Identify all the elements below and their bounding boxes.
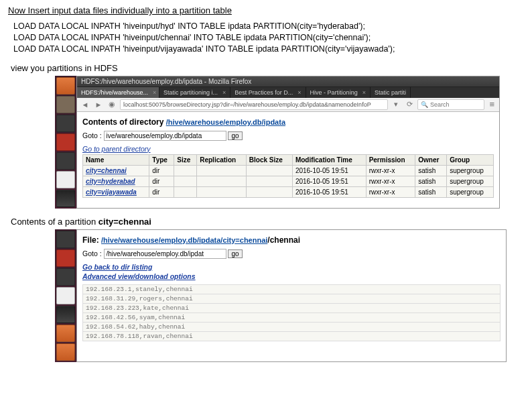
browser-tab[interactable]: Static partiti bbox=[371, 87, 411, 98]
goto-input[interactable] bbox=[104, 249, 226, 259]
col-mtime: Modification Time bbox=[292, 154, 366, 165]
launcher-icon[interactable] bbox=[56, 231, 75, 248]
path-link[interactable]: /hive bbox=[166, 118, 183, 126]
forward-icon[interactable]: ► bbox=[93, 99, 104, 110]
page-content: File: /hive/warehouse/employ.db/ipdata/c… bbox=[77, 230, 506, 347]
search-input[interactable]: 🔍 Search bbox=[417, 99, 484, 110]
close-icon[interactable]: × bbox=[222, 89, 226, 96]
screenshot-hdfs-file: File: /hive/warehouse/employ.db/ipdata/c… bbox=[55, 229, 524, 362]
file-line: 192.168.78.118,ravan,chennai bbox=[83, 331, 501, 341]
dir-link[interactable]: city=vijayawada bbox=[86, 188, 137, 196]
path-link[interactable]: /warehouse bbox=[183, 118, 224, 126]
col-size: Size bbox=[174, 154, 197, 165]
browser-tab[interactable]: Hive - Partitioning× bbox=[306, 87, 371, 98]
launcher-icon[interactable] bbox=[56, 287, 75, 304]
go-button[interactable]: go bbox=[228, 249, 242, 258]
cell: 2016-10-05 19:51 bbox=[292, 176, 366, 186]
table-row: city=hyderabad dir 2016-10-05 19:51 rwxr… bbox=[83, 176, 494, 186]
ubuntu-launcher bbox=[55, 76, 76, 209]
close-icon[interactable]: × bbox=[297, 89, 301, 96]
path-link[interactable]: /ipdata bbox=[197, 236, 220, 244]
path-link[interactable]: /city=chennai bbox=[220, 236, 267, 244]
col-group: Group bbox=[447, 154, 494, 165]
ubuntu-launcher bbox=[55, 229, 76, 362]
launcher-icon[interactable] bbox=[56, 171, 75, 188]
cell bbox=[174, 165, 197, 176]
go-button[interactable]: go bbox=[228, 131, 242, 140]
table-row: 192.168.78.118,ravan,chennai bbox=[83, 331, 501, 341]
screenshot-hdfs-dir: HDFS:/hive/warehouse/employ.db/ipdata - … bbox=[55, 76, 524, 209]
file-line: 192.168.42.56,syam,chennai bbox=[83, 312, 501, 322]
tab-label: Best Practices for D... bbox=[235, 89, 293, 96]
browser-tab[interactable]: Best Practices for D...× bbox=[230, 87, 306, 98]
file-label: File: bbox=[82, 235, 101, 245]
goto-label: Goto : bbox=[82, 131, 104, 139]
back-to-dir-link[interactable]: Go back to dir listing bbox=[82, 263, 152, 271]
cell: dir bbox=[149, 176, 174, 186]
file-line: 192.168.23.1,stanely,chennai bbox=[83, 284, 501, 294]
partition-name: city=chennai bbox=[98, 217, 151, 227]
launcher-icon[interactable] bbox=[56, 343, 75, 361]
table-row: 192.168.31.29,rogers,chennai bbox=[83, 294, 501, 303]
cell bbox=[174, 176, 197, 186]
cell: satish bbox=[415, 176, 447, 186]
advanced-options-link[interactable]: Advanced view/download options bbox=[82, 272, 196, 280]
dir-link[interactable]: city=chennai bbox=[86, 167, 127, 174]
cell: satish bbox=[415, 165, 447, 176]
cell: supergroup bbox=[447, 186, 494, 197]
browser-tab[interactable]: Static partitioning i...× bbox=[159, 87, 230, 98]
cell bbox=[246, 186, 292, 197]
cell: rwxr-xr-x bbox=[366, 186, 415, 197]
path-link[interactable]: /employ.db bbox=[159, 236, 197, 244]
path-link[interactable]: /hive bbox=[101, 236, 118, 244]
menu-icon[interactable]: ≡ bbox=[487, 99, 496, 109]
dropdown-icon[interactable]: ▾ bbox=[391, 99, 401, 110]
launcher-icon[interactable] bbox=[56, 249, 75, 267]
cell bbox=[197, 165, 247, 176]
cell: dir bbox=[149, 165, 174, 176]
reload-icon[interactable]: ⟳ bbox=[404, 99, 415, 110]
path-leaf: /chennai bbox=[267, 235, 300, 245]
tab-label: Static partiti bbox=[375, 89, 406, 96]
browser-tab[interactable]: HDFS:/hive/warehouse...× bbox=[77, 87, 159, 98]
col-type: Type bbox=[149, 154, 174, 165]
launcher-icon[interactable] bbox=[56, 115, 75, 132]
parent-dir-link[interactable]: Go to parent directory bbox=[82, 145, 494, 153]
path-link[interactable]: /ipdata bbox=[262, 118, 285, 126]
cell: rwxr-xr-x bbox=[366, 176, 415, 186]
goto-input[interactable] bbox=[104, 131, 226, 141]
launcher-icon[interactable] bbox=[56, 325, 75, 342]
browser-tabs: HDFS:/hive/warehouse...× Static partitio… bbox=[77, 87, 499, 98]
close-icon[interactable]: × bbox=[362, 89, 366, 96]
dir-heading: Contents of directory /hive/warehouse/em… bbox=[82, 117, 494, 127]
launcher-icon[interactable] bbox=[56, 96, 75, 113]
search-placeholder: Search bbox=[430, 101, 450, 108]
close-icon[interactable]: × bbox=[153, 89, 156, 96]
path-link[interactable]: /employ.db bbox=[223, 118, 261, 126]
launcher-icon[interactable] bbox=[56, 268, 75, 286]
partition-contents-label: Contents of a partition city=chennai bbox=[11, 217, 524, 227]
cell bbox=[246, 176, 292, 186]
address-bar: ◄ ► ◉ localhost:50075/browseDirectory.js… bbox=[77, 98, 499, 112]
path-link[interactable]: /warehouse bbox=[118, 236, 159, 244]
cell: satish bbox=[415, 186, 447, 197]
launcher-icon[interactable] bbox=[56, 152, 75, 170]
cell: rwxr-xr-x bbox=[366, 165, 415, 176]
launcher-icon[interactable] bbox=[56, 190, 75, 207]
goto-form: Goto : go bbox=[82, 249, 501, 259]
back-icon[interactable]: ◄ bbox=[80, 99, 90, 110]
view-partitions-label: view you partitions in HDFS bbox=[11, 63, 524, 73]
launcher-icon[interactable] bbox=[56, 306, 75, 323]
page-content: Contents of directory /hive/warehouse/em… bbox=[77, 112, 499, 203]
col-permission: Permission bbox=[366, 154, 415, 165]
window-titlebar: HDFS:/hive/warehouse/employ.db/ipdata - … bbox=[77, 76, 499, 87]
sql-line: LOAD DATA LOCAL INPATH 'hiveinput/hyd' I… bbox=[13, 21, 524, 32]
tab-label: HDFS:/hive/warehouse... bbox=[81, 89, 148, 96]
tab-label: Hive - Partitioning bbox=[310, 89, 358, 96]
launcher-icon[interactable] bbox=[56, 133, 75, 151]
sql-block: LOAD DATA LOCAL INPATH 'hiveinput/hyd' I… bbox=[13, 21, 524, 55]
cell bbox=[174, 186, 197, 197]
url-input[interactable]: localhost:50075/browseDirectory.jsp?dir=… bbox=[120, 99, 388, 110]
launcher-icon[interactable] bbox=[56, 77, 75, 95]
dir-link[interactable]: city=hyderabad bbox=[86, 178, 135, 185]
